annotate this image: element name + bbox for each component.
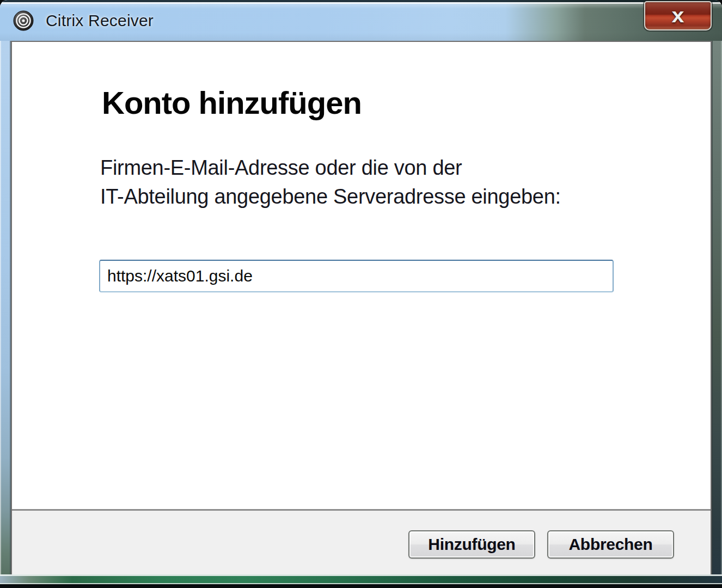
close-button[interactable]: x <box>644 1 712 30</box>
instruction-line-2: IT-Abteilung angegebene Serveradresse ei… <box>100 182 561 211</box>
window-titlebar: Citrix Receiver x <box>0 0 722 41</box>
instruction-line-1: Firmen-E-Mail-Adresse oder die von der <box>100 154 561 182</box>
citrix-receiver-window: Citrix Receiver x Konto hinzufügen Firme… <box>0 0 722 588</box>
dialog-footer: Hinzufügen Abbrechen <box>12 509 711 574</box>
dialog-body: Konto hinzufügen Firmen-E-Mail-Adresse o… <box>11 41 712 575</box>
server-address-input[interactable] <box>99 260 614 292</box>
window-frame-bottom <box>0 574 722 588</box>
citrix-logo-icon <box>13 10 34 31</box>
cancel-button[interactable]: Abbrechen <box>547 530 674 559</box>
window-title: Citrix Receiver <box>46 11 154 30</box>
close-icon: x <box>671 6 684 26</box>
add-button[interactable]: Hinzufügen <box>408 530 535 559</box>
dialog-heading: Konto hinzufügen <box>102 84 362 121</box>
cancel-button-label: Abbrechen <box>569 535 653 554</box>
instruction-text: Firmen-E-Mail-Adresse oder die von der I… <box>100 154 561 211</box>
window-frame-left <box>0 41 11 574</box>
window-frame-right <box>712 41 722 574</box>
add-button-label: Hinzufügen <box>428 535 515 554</box>
